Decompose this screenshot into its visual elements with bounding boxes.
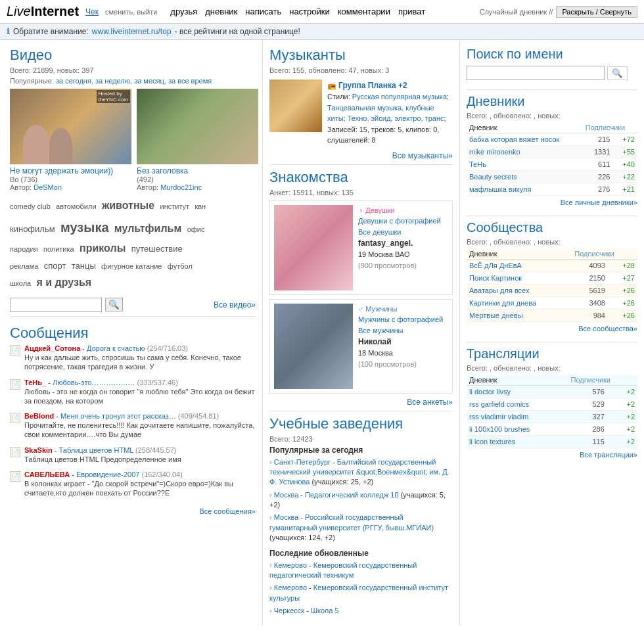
edu-last-city-0[interactable]: Кемерово (274, 561, 307, 569)
edu-last-name-2[interactable]: Школа 5 (311, 607, 339, 614)
nav-write[interactable]: написать (245, 7, 281, 16)
comm-plus-2: +26 (608, 285, 637, 297)
tag-dance[interactable]: танцы (72, 261, 96, 271)
style-1[interactable]: Русская популярная музыка (352, 93, 447, 101)
diary-link-3[interactable]: Beauty secrets (469, 173, 517, 181)
video-title-1[interactable]: Не могут здержать эмоции)) (10, 166, 131, 175)
edu-city-2[interactable]: Москва (274, 513, 299, 521)
all-broadcasts-link[interactable]: Все трансляции» (580, 451, 637, 459)
edu-city-0[interactable]: Санкт-Петербург (274, 458, 331, 466)
popular-month[interactable]: за месяц (134, 77, 164, 85)
tag-friends[interactable]: я и друзья (37, 277, 92, 288)
nav-settings[interactable]: настройки (289, 7, 330, 16)
popular-alltime[interactable]: за все время (168, 77, 212, 85)
diaries-section: Дневники Всего: , обновлено: , новых: Дн… (467, 94, 637, 206)
diary-link-0[interactable]: бабка которая вяжет носок (469, 135, 559, 143)
video-image-1[interactable]: Hosted bytheYNC.com (10, 89, 131, 164)
comm-link-0[interactable]: ВсЁ дЛя ДнЕвА (469, 262, 522, 269)
comm-plus-4: +26 (608, 310, 637, 322)
comm-link-1[interactable]: Поиск Картинок (469, 274, 522, 282)
all-diaries-link[interactable]: Все личные дневники» (561, 198, 637, 206)
tag-comedy[interactable]: comedy club (10, 202, 51, 210)
tag-music[interactable]: музыка (60, 220, 109, 235)
broad-link-3[interactable]: li 100x100 brushes (469, 425, 530, 433)
broad-row-0: li doctor livsy 576 +2 (467, 386, 637, 398)
comm-link-4[interactable]: Мертвые дневы (469, 311, 523, 319)
hosted-badge: Hosted bytheYNC.com (97, 90, 130, 103)
video-image-2[interactable] (137, 89, 258, 164)
nav-private[interactable]: приват (398, 7, 425, 16)
broad-link-4[interactable]: li icon textures (469, 438, 515, 446)
broad-link-2[interactable]: rss vladimir vladim (469, 413, 528, 421)
tag-football[interactable]: футбол (168, 262, 193, 270)
message-title-1[interactable]: Любовь-это……………… (53, 379, 135, 386)
tag-school[interactable]: школа (10, 279, 31, 287)
comm-count-3: 3408 (572, 297, 608, 310)
comm-link-3[interactable]: Картинки для дневa (469, 299, 536, 307)
video-search-input[interactable] (10, 298, 102, 312)
diary-link-2[interactable]: ТеНь (469, 160, 486, 168)
tag-politics[interactable]: политика (43, 245, 74, 253)
chek-link[interactable]: Чек (85, 7, 99, 16)
communities-footer: Все сообщества» (467, 322, 637, 333)
message-author-3[interactable]: SkaSkin (24, 446, 53, 454)
tag-institute[interactable]: институт (160, 202, 190, 210)
message-title-3[interactable]: Таблица цветов HTML (59, 446, 133, 454)
message-title-4[interactable]: Евровидение-2007 (76, 471, 139, 478)
message-title-0[interactable]: Дорога к счастью (87, 344, 145, 352)
tag-jokes[interactable]: приколы (80, 242, 126, 254)
all-communities-link[interactable]: Все сообщества» (578, 325, 637, 333)
guy-with-photo-link[interactable]: Мужчины с фотографией (358, 315, 443, 323)
broad-plus-0: +2 (607, 386, 637, 398)
broad-link-1[interactable]: rss garfield comics (469, 400, 529, 408)
all-musicians-link[interactable]: Все музыканты» (392, 151, 453, 160)
video-search-button[interactable]: 🔍 (105, 298, 123, 311)
message-author-0[interactable]: Ацдкей_Сотона (24, 344, 80, 352)
all-guys-link[interactable]: Все мужчины (358, 327, 403, 334)
group-name[interactable]: Группа Планка +2 (338, 81, 407, 90)
tag-parody[interactable]: пародия (10, 245, 38, 253)
tag-office[interactable]: офис (187, 225, 205, 233)
nav-diary[interactable]: дневник (205, 7, 237, 16)
broad-link-0[interactable]: li doctor livsy (469, 388, 511, 396)
popular-today[interactable]: за сегодня (56, 77, 91, 85)
edu-last-city-2[interactable]: Черкесск (274, 607, 304, 614)
info-icon: ℹ (7, 27, 10, 36)
all-video-link[interactable]: Все видео» (214, 300, 256, 310)
girl-with-photo-link[interactable]: Девушки с фотографией (358, 217, 441, 225)
video-author-name-2[interactable]: Murdoc21inc (160, 183, 202, 191)
name-search-input[interactable] (467, 66, 605, 80)
diary-link-4[interactable]: мафлышка викуля (469, 185, 531, 193)
video-author-name-1[interactable]: DeSMon (34, 183, 62, 191)
all-dating-link[interactable]: Все анкеты» (407, 398, 453, 407)
video-title-2[interactable]: Без заголовка (137, 166, 258, 175)
expand-collapse-button[interactable]: Раскрыть / Свернуть (556, 6, 637, 18)
style-3[interactable]: Техно, эйсид, электро, транс (348, 114, 444, 122)
comm-link-2[interactable]: Аватары для всех (469, 287, 530, 294)
video-author-link-1[interactable]: Bo (10, 175, 18, 183)
tag-animals[interactable]: животные (102, 200, 154, 211)
all-girls-link[interactable]: Все девушки (358, 228, 401, 236)
tag-travel[interactable]: путешествие (131, 244, 183, 254)
message-author-1[interactable]: ТеНь_ (24, 379, 46, 386)
edu-city-1[interactable]: Москва (274, 491, 299, 499)
tag-ads[interactable]: реклама (10, 262, 38, 270)
edu-last-city-1[interactable]: Кемерово (274, 584, 307, 591)
tag-sport[interactable]: спорт (44, 261, 66, 271)
popular-week[interactable]: за неделю (95, 77, 130, 85)
all-messages-link[interactable]: Все сообщения» (199, 507, 256, 515)
edu-name-1[interactable]: Педагогический колледж 10 (305, 491, 398, 499)
tag-skating[interactable]: фигурное катание (101, 262, 162, 270)
tag-kvn[interactable]: квн (195, 202, 206, 210)
diary-link-1[interactable]: mike mironenko (469, 148, 520, 156)
tag-auto[interactable]: автомобили (56, 202, 96, 210)
message-author-2[interactable]: BeBlond (24, 412, 54, 420)
tag-cartoon[interactable]: мультфильм (114, 223, 181, 234)
notice-link[interactable]: www.liveinternet.ru/top (92, 27, 172, 36)
message-title-2[interactable]: Меня очень тронул этот рассказ… (60, 412, 176, 420)
tag-film[interactable]: кинофильм (10, 224, 55, 234)
message-author-4[interactable]: САВЕЛЬЕВА (24, 471, 70, 478)
nav-friends[interactable]: друзья (170, 7, 197, 16)
nav-comments[interactable]: комментарии (338, 7, 390, 16)
name-search-button[interactable]: 🔍 (607, 66, 628, 80)
